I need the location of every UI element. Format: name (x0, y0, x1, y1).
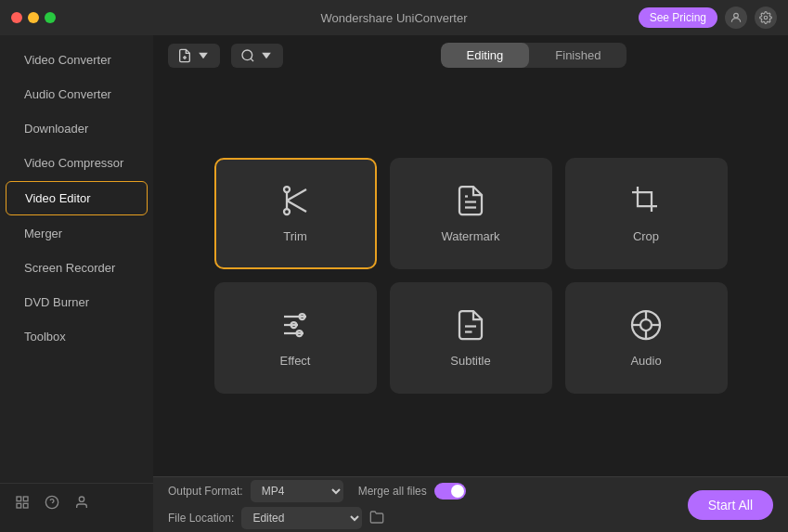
audio-label: Audio (630, 354, 661, 368)
tool-crop[interactable]: Crop (565, 158, 728, 269)
browse-folder-icon[interactable] (369, 510, 384, 527)
sidebar-item-video-compressor[interactable]: Video Compressor (6, 147, 148, 179)
svg-point-12 (242, 50, 252, 60)
tool-subtitle[interactable]: Subtitle (390, 282, 552, 394)
bottom-rows: Output Format: MP4 MKV AVI MOV Merge all… (168, 480, 669, 529)
editor-area: Trim Watermark (153, 75, 788, 476)
maximize-button[interactable] (45, 12, 56, 23)
help-icon[interactable] (45, 495, 59, 513)
output-format-field: Output Format: MP4 MKV AVI MOV (168, 480, 343, 502)
merge-all-label: Merge all files (358, 485, 427, 498)
watermark-icon (454, 184, 487, 222)
tool-watermark[interactable]: Watermark (390, 158, 552, 269)
audio-icon (629, 308, 663, 346)
svg-rect-5 (23, 503, 28, 508)
subtitle-icon (454, 308, 487, 346)
svg-point-8 (79, 497, 84, 501)
effect-icon (278, 308, 312, 346)
title-bar-right: See Pricing (639, 6, 777, 29)
app-title: Wondershare UniConverter (321, 11, 468, 25)
file-location-field: File Location: Edited Custom (168, 507, 384, 529)
svg-point-0 (734, 13, 739, 18)
subtitle-label: Subtitle (450, 354, 490, 368)
sidebar: Video Converter Audio Converter Download… (0, 35, 153, 532)
settings-dropdown-button[interactable] (231, 44, 283, 68)
trim-label: Trim (283, 229, 307, 243)
file-location-select[interactable]: Edited Custom (241, 507, 362, 529)
svg-point-14 (284, 209, 290, 214)
toggle-knob (451, 485, 464, 498)
svg-marker-13 (262, 52, 271, 58)
traffic-lights (11, 12, 56, 23)
svg-rect-3 (23, 497, 28, 501)
sidebar-item-screen-recorder[interactable]: Screen Recorder (6, 252, 148, 284)
profile-icon[interactable] (74, 495, 89, 513)
svg-rect-2 (17, 497, 21, 501)
sidebar-item-video-editor[interactable]: Video Editor (6, 181, 148, 215)
title-bar: Wondershare UniConverter See Pricing (0, 0, 788, 35)
output-format-select[interactable]: MP4 MKV AVI MOV (251, 480, 343, 502)
bottom-bar: Output Format: MP4 MKV AVI MOV Merge all… (153, 476, 788, 532)
see-pricing-button[interactable]: See Pricing (639, 7, 717, 28)
toolbar: Editing Finished (153, 35, 788, 75)
crop-icon (629, 184, 663, 222)
svg-point-28 (640, 319, 652, 331)
tab-finished[interactable]: Finished (529, 43, 627, 68)
file-location-row: File Location: Edited Custom (168, 507, 669, 529)
sidebar-bottom (0, 483, 153, 525)
tools-grid: Trim Watermark (214, 158, 728, 394)
settings-icon[interactable] (755, 6, 777, 29)
svg-point-15 (284, 187, 290, 192)
crop-label: Crop (633, 229, 659, 243)
watermark-label: Watermark (441, 229, 499, 243)
app-body: Video Converter Audio Converter Download… (0, 35, 788, 532)
user-icon[interactable] (725, 6, 747, 29)
sidebar-item-video-converter[interactable]: Video Converter (6, 44, 148, 76)
main-content: Editing Finished Trim (153, 35, 788, 532)
close-button[interactable] (11, 12, 22, 23)
tool-audio[interactable]: Audio (565, 282, 728, 394)
sidebar-item-audio-converter[interactable]: Audio Converter (6, 78, 148, 110)
sidebar-item-downloader[interactable]: Downloader (6, 112, 148, 145)
start-all-button[interactable]: Start All (688, 490, 773, 520)
trim-icon (278, 184, 312, 222)
effect-label: Effect (279, 354, 310, 368)
sidebar-item-toolbox[interactable]: Toolbox (6, 320, 148, 353)
sidebar-item-dvd-burner[interactable]: DVD Burner (6, 286, 148, 318)
add-files-button[interactable] (168, 44, 220, 68)
layout-icon[interactable] (15, 495, 30, 513)
tool-effect[interactable]: Effect (214, 282, 377, 394)
output-format-row: Output Format: MP4 MKV AVI MOV Merge all… (168, 480, 669, 502)
tab-editing[interactable]: Editing (441, 43, 530, 68)
sidebar-item-merger[interactable]: Merger (6, 217, 148, 250)
merge-toggle-switch[interactable] (434, 483, 466, 500)
svg-marker-11 (199, 52, 208, 58)
tool-trim[interactable]: Trim (214, 158, 377, 269)
svg-point-1 (764, 16, 768, 19)
merge-all-field: Merge all files (358, 483, 466, 500)
minimize-button[interactable] (28, 12, 39, 23)
file-location-label: File Location: (168, 512, 234, 525)
tab-switcher: Editing Finished (441, 43, 627, 68)
output-format-label: Output Format: (168, 485, 243, 498)
svg-rect-4 (17, 503, 21, 508)
